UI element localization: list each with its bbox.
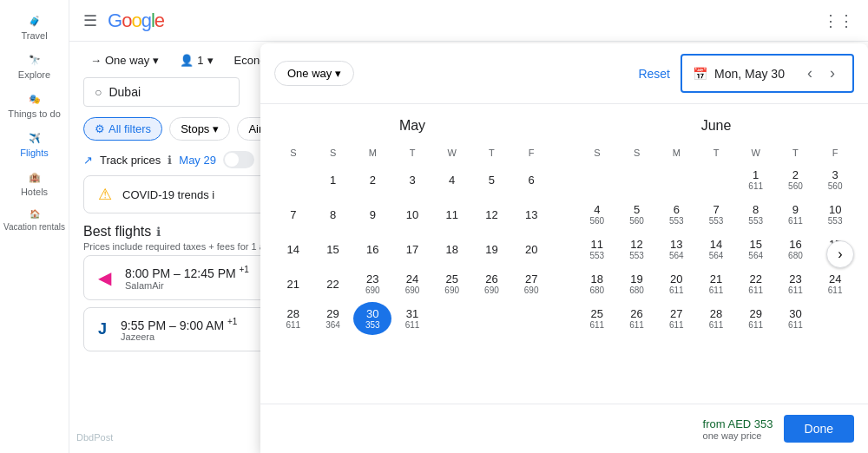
cal-reset-button[interactable]: Reset [638,67,670,81]
table-row[interactable]: 6 [512,163,550,196]
table-row[interactable]: 20611 [657,267,695,300]
apps-icon[interactable]: ⋮⋮ [823,11,854,30]
table-row[interactable]: 10553 [816,198,854,231]
june-calendar: June S S M T W T F 161125603560456055606… [578,118,854,390]
table-row[interactable]: 5560 [618,198,656,231]
chevron-down-icon-2: ▾ [207,54,214,67]
table-row[interactable]: 14564 [697,233,735,266]
table-row[interactable]: 19680 [618,267,656,300]
sidebar-item-explore[interactable]: 🔭 Explore [0,48,69,87]
table-row[interactable]: 18 [433,233,471,266]
table-row[interactable]: 4 [433,163,471,196]
cal-date-input[interactable]: 📅 Mon, May 30 ‹ › [681,54,854,93]
trip-type-button[interactable]: → One way ▾ [83,50,166,70]
table-row[interactable]: 27690 [512,267,550,300]
table-row[interactable]: 11 [433,198,471,231]
table-row[interactable]: 19 [473,233,511,266]
table-row[interactable]: 14 [274,233,312,266]
table-row[interactable]: 29611 [737,302,775,335]
table-row[interactable]: 7553 [697,198,735,231]
sidebar-item-hotels[interactable]: 🏨 Hotels [0,165,69,204]
sidebar-item-things[interactable]: 🎭 Things to do [0,87,69,126]
table-row[interactable]: 15 [314,233,352,266]
table-row[interactable]: 2560 [777,163,815,196]
may-header-1: S [314,144,352,161]
table-row[interactable]: 21 [274,267,312,300]
may-header-3: T [393,144,431,161]
table-row[interactable]: 1611 [737,163,775,196]
origin-input[interactable]: ○ Dubai [83,77,240,107]
sidebar-item-travel[interactable]: 🧳 Travel [0,9,69,48]
table-row[interactable]: 22611 [737,267,775,300]
covid-icon: ⚠ [98,185,112,204]
cal-next-month-button[interactable]: › [826,240,854,268]
hotels-icon: 🏨 [29,172,41,183]
table-row[interactable]: 28611 [274,302,312,335]
cal-one-way-button[interactable]: One way ▾ [274,61,354,86]
sidebar-label-flights: Flights [20,148,48,158]
table-row[interactable]: 23611 [777,267,815,300]
table-row[interactable]: 9 [353,198,391,231]
table-row[interactable]: 20 [512,233,550,266]
table-row[interactable]: 13 [512,198,550,231]
table-row[interactable]: 10 [393,198,431,231]
table-row[interactable]: 9611 [777,198,815,231]
table-row[interactable]: 21611 [697,267,735,300]
may-header-0: S [274,144,312,161]
table-row[interactable]: 16 [353,233,391,266]
table-row[interactable]: 8553 [737,198,775,231]
table-row[interactable]: 12 [473,198,511,231]
table-row[interactable]: 6553 [657,198,695,231]
table-row[interactable]: 12553 [618,233,656,266]
table-row [657,163,695,196]
table-row[interactable]: 24611 [816,267,854,300]
cal-next-button[interactable]: › [823,61,842,86]
table-row[interactable]: 29364 [314,302,352,335]
table-row[interactable]: 23690 [353,267,391,300]
table-row [433,302,471,335]
table-row[interactable]: 28611 [697,302,735,335]
table-row[interactable]: 5 [473,163,511,196]
topbar: ☰ Google ⋮⋮ [69,0,868,42]
sidebar-item-vacation[interactable]: 🏠 Vacation rentals [0,204,69,237]
cal-prev-button[interactable]: ‹ [800,61,819,86]
passengers-button[interactable]: 👤 1 ▾ [173,50,220,70]
table-row[interactable]: 13564 [657,233,695,266]
table-row[interactable]: 4560 [578,198,616,231]
table-row[interactable]: 7 [274,198,312,231]
person-icon: 👤 [180,54,194,67]
from-price: from AED 353 [703,417,773,430]
table-row[interactable]: 8 [314,198,352,231]
cal-date-icon: 📅 [693,67,707,81]
table-row[interactable]: 16680 [777,233,815,266]
table-row[interactable]: 17 [393,233,431,266]
stops-button[interactable]: Stops ▾ [169,117,230,141]
table-row[interactable]: 1 [314,163,352,196]
table-row[interactable]: 27611 [657,302,695,335]
table-row[interactable]: 11553 [578,233,616,266]
table-row[interactable]: 24690 [393,267,431,300]
table-row[interactable]: 30353 [353,302,391,335]
table-row[interactable]: 15564 [737,233,775,266]
covid-text: COVID-19 trends i [122,188,214,201]
table-row[interactable]: 3560 [816,163,854,196]
table-row[interactable]: 31611 [393,302,431,335]
track-icon: ↗ [83,154,93,167]
table-row[interactable]: 2 [353,163,391,196]
table-row[interactable]: 30611 [777,302,815,335]
table-row[interactable]: 25611 [578,302,616,335]
june-grid: S S M T W T F 16112560356045605560655375… [578,144,854,335]
table-row[interactable]: 22 [314,267,352,300]
table-row[interactable]: 26690 [473,267,511,300]
table-row[interactable]: 3 [393,163,431,196]
all-filters-button[interactable]: ⚙ All filters [83,117,162,141]
travel-icon: 🧳 [29,16,41,27]
table-row[interactable]: 26611 [618,302,656,335]
sidebar-item-flights[interactable]: ✈️ Flights [0,126,69,165]
track-toggle[interactable] [223,151,254,168]
table-row[interactable]: 25690 [433,267,471,300]
menu-icon[interactable]: ☰ [83,11,97,30]
table-row[interactable]: 18680 [578,267,616,300]
sidebar-label-things: Things to do [8,108,61,119]
done-button[interactable]: Done [784,415,854,443]
